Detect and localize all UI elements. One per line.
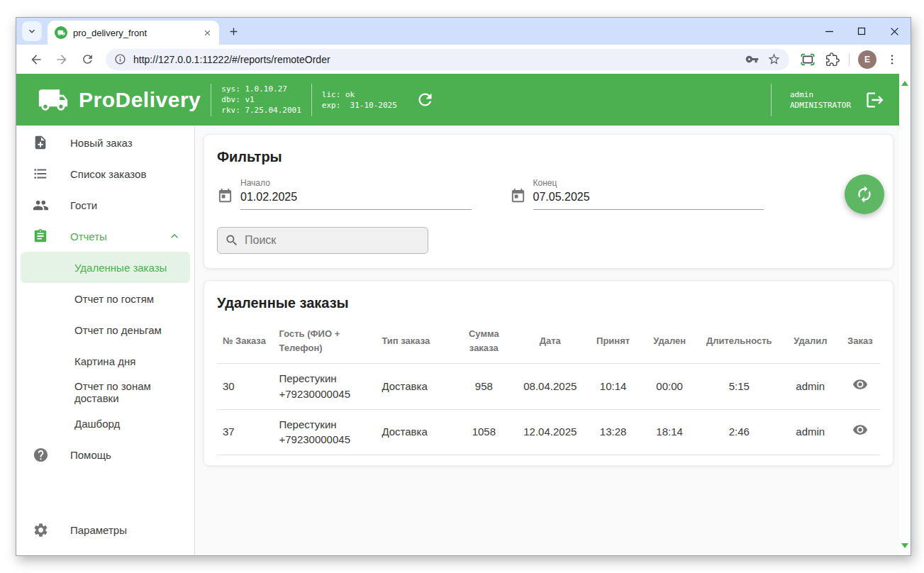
tab-title: pro_delivery_front [73, 28, 201, 38]
browser-tab[interactable]: pro_delivery_front [48, 21, 219, 45]
profile-avatar[interactable]: E [858, 50, 876, 69]
cell-guest: Перестукин +79230000045 [273, 409, 376, 455]
main-content: Фильтры Начало 01.02.2025 [195, 126, 899, 555]
sidebar-item-reports[interactable]: Отчеты [16, 221, 194, 252]
sidebar-item-label: Помощь [70, 449, 111, 461]
header-refresh-button[interactable] [416, 90, 435, 109]
app-header: ProDelivery sys: 1.0.10.27 dbv: v1 rkv: … [16, 74, 899, 126]
db-version: dbv: v1 [221, 94, 301, 105]
sidebar-subitem-delivery-zones-report[interactable]: Отчет по зонам доставки [21, 377, 190, 408]
header-divider [771, 84, 772, 116]
truck-icon [57, 29, 65, 37]
date-start-value[interactable]: 01.02.2025 [240, 188, 472, 209]
sidebar-subitem-label: Отчет по гостям [74, 293, 154, 305]
url-bar[interactable]: http://127.0.0.1:11222/#/reports/remoteO… [106, 49, 789, 70]
back-button[interactable] [26, 49, 47, 70]
sidebar-subitem-guest-report[interactable]: Отчет по гостям [21, 283, 190, 314]
gear-icon [32, 521, 49, 538]
chevron-down-icon [26, 26, 38, 37]
search-box[interactable] [217, 227, 428, 254]
tab-strip: pro_delivery_front [16, 18, 911, 45]
sidebar-item-new-order[interactable]: Новый заказ [16, 127, 194, 158]
eye-icon [852, 377, 868, 392]
close-icon [890, 27, 899, 36]
minimize-button[interactable] [813, 18, 845, 45]
column-header-guest: Гость (ФИО + Телефон) [273, 318, 376, 364]
cell-view [840, 409, 880, 455]
cell-order-type: Доставка [376, 364, 452, 410]
avatar-letter: E [864, 55, 870, 65]
sidebar-subitem-money-report[interactable]: Отчет по деньгам [21, 314, 190, 345]
sidebar-subitem-dashboard[interactable]: Дашборд [21, 408, 190, 439]
sidebar-item-settings[interactable]: Параметры [16, 514, 194, 545]
column-header-order: Заказ [840, 318, 880, 364]
guest-name: Перестукин [279, 371, 370, 386]
close-icon [203, 28, 212, 38]
license-status: lic: ok [322, 89, 397, 100]
logout-button[interactable] [865, 90, 885, 110]
minimize-icon [825, 27, 834, 36]
date-end-field[interactable]: Конец 07.05.2025 [510, 178, 764, 210]
view-order-button[interactable] [852, 377, 868, 392]
sidebar-item-label: Гости [70, 199, 97, 211]
cell-accepted: 10:14 [585, 364, 641, 410]
arrow-back-icon [29, 52, 43, 67]
sidebar-subitem-label: Картина дня [74, 355, 135, 367]
password-key-icon[interactable] [745, 52, 759, 66]
date-start-field[interactable]: Начало 01.02.2025 [217, 178, 472, 210]
date-end-value[interactable]: 07.05.2025 [533, 188, 764, 209]
cell-order-no: 30 [217, 364, 273, 410]
cell-order-no: 37 [217, 409, 273, 455]
guest-phone: +79230000045 [279, 386, 370, 402]
sidebar-subitem-label: Отчет по деньгам [74, 324, 162, 336]
cell-duration: 5:15 [698, 364, 781, 410]
close-window-button[interactable] [878, 18, 911, 45]
sidebar-item-order-list[interactable]: Список заказов [16, 158, 194, 189]
cell-sum: 958 [452, 364, 516, 410]
maximize-icon [857, 27, 866, 35]
sidebar: Новый заказ Список заказов Гости [16, 126, 195, 555]
reload-button[interactable] [77, 49, 98, 70]
tab-close-button[interactable] [201, 26, 213, 39]
url-text[interactable]: http://127.0.0.1:11222/#/reports/remoteO… [133, 54, 737, 65]
cell-duration: 2:46 [698, 409, 781, 455]
sidebar-item-label: Отчеты [70, 230, 107, 243]
column-header-deleted: Удален [641, 318, 697, 364]
scroll-down-arrow-icon[interactable] [901, 543, 908, 548]
cell-deleted: 00:00 [641, 364, 697, 410]
calendar-icon [217, 188, 233, 204]
sidebar-item-guests[interactable]: Гости [16, 189, 194, 221]
apply-filters-refresh-button[interactable] [845, 174, 884, 214]
refresh-icon [416, 90, 435, 109]
date-end-label: Конец [533, 178, 764, 188]
page-scrollbar[interactable] [899, 74, 911, 555]
note-add-icon [32, 134, 49, 151]
sidebar-subitem-day-picture[interactable]: Картина дня [21, 345, 190, 377]
calendar-icon [510, 188, 526, 204]
toolbar-divider [849, 53, 850, 66]
cell-guest: Перестукин +79230000045 [273, 364, 376, 410]
forward-button[interactable] [51, 49, 72, 70]
sidebar-subitem-deleted-orders[interactable]: Удаленные заказы [21, 252, 190, 283]
view-order-button[interactable] [852, 422, 868, 438]
column-header-accepted: Принят [585, 318, 641, 364]
sidebar-subitem-label: Удаленные заказы [74, 262, 167, 274]
info-icon[interactable] [114, 53, 126, 65]
maximize-button[interactable] [845, 18, 878, 45]
rk-version: rkv: 7.25.04.2001 [221, 105, 301, 116]
browser-window: pro_delivery_front [16, 17, 911, 556]
search-input[interactable] [245, 234, 421, 247]
sidebar-item-help[interactable]: Помощь [16, 439, 194, 470]
brand-logo: ProDelivery [38, 84, 201, 116]
tab-capture-icon[interactable] [800, 52, 816, 67]
sidebar-subitem-label: Отчет по зонам доставки [74, 380, 190, 404]
column-header-sum: Сумма заказа [452, 318, 516, 364]
sidebar-subitem-label: Дашборд [74, 418, 120, 430]
scroll-up-arrow-icon[interactable] [901, 81, 908, 86]
cell-order-type: Доставка [376, 409, 452, 455]
browser-menu-button[interactable] [886, 53, 898, 66]
tab-search-button[interactable] [22, 21, 42, 41]
bookmark-star-icon[interactable] [767, 52, 781, 66]
extensions-puzzle-icon[interactable] [825, 52, 840, 67]
new-tab-button[interactable] [223, 21, 243, 41]
